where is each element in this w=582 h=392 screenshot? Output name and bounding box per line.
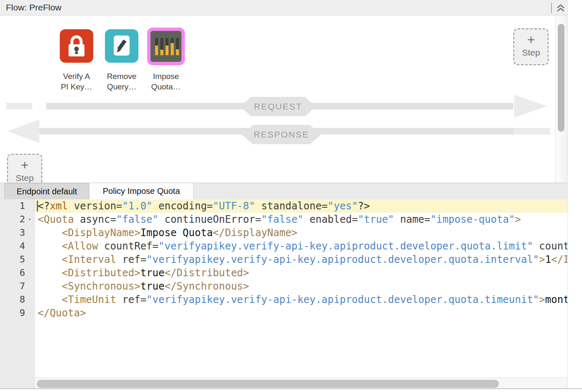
code-line-6: 6 <Distributed>true</Distributed>: [0, 266, 567, 280]
policy-label: Verify API Key…: [54, 71, 100, 92]
line-number: 3: [0, 226, 25, 239]
header-separator: [551, 3, 552, 13]
line-number: 2: [0, 213, 25, 226]
code-text: <DisplayName>Impose Quota</DisplayName>: [38, 226, 297, 239]
request-label: REQUEST: [254, 102, 302, 111]
code-text: <Interval ref="verifyapikey.verify-api-k…: [38, 253, 568, 266]
plus-icon: +: [8, 158, 41, 172]
code-line-9: 9</Quota>: [0, 306, 567, 320]
collapse-flow-button[interactable]: [555, 3, 566, 13]
horizontal-scrollbar-thumb[interactable]: [37, 380, 499, 388]
code-line-2: 2▾<Quota async="false" continueOnError="…: [0, 213, 567, 226]
response-bar-segment: [513, 128, 550, 135]
code-line-5: 5 <Interval ref="verifyapikey.verify-api…: [0, 253, 567, 266]
vertical-scrollbar[interactable]: [555, 15, 567, 183]
code-line-8: 8 <TimeUnit ref="verifyapikey.verify-api…: [0, 293, 567, 306]
response-arrowhead-icon: [8, 120, 39, 143]
code-text: <?xml version="1.0" encoding="UTF-8" sta…: [38, 199, 370, 213]
add-step-button-request[interactable]: + Step: [513, 28, 549, 65]
line-number: 9: [0, 306, 25, 320]
tab-strip: Endpoint defaultPolicy Impose Quota: [4, 183, 194, 199]
code-text: <Allow countRef="verifyapikey.verify-api…: [38, 239, 568, 253]
request-flow-badge: REQUEST: [240, 97, 316, 116]
code-text: <TimeUnit ref="verifyapikey.verify-api-k…: [38, 293, 568, 306]
code-line-1: 1<?xml version="1.0" encoding="UTF-8" st…: [0, 199, 567, 213]
request-arrowhead-icon: [514, 95, 547, 117]
tab-endpoint-default[interactable]: Endpoint default: [4, 183, 89, 199]
code-text: <Quota async="false" continueOnError="fa…: [38, 213, 521, 226]
lock-icon: [60, 29, 93, 63]
double-chevron-up-icon: [555, 3, 566, 13]
line-number: 6: [0, 266, 25, 280]
line-number: 4: [0, 239, 25, 253]
code-line-7: 7 <Synchronous>true</Synchronous>: [0, 280, 567, 293]
request-bar-segment: [6, 103, 32, 109]
add-step-label: Step: [8, 173, 41, 183]
scrollbar-gutter-strip: [0, 378, 35, 388]
code-editor[interactable]: 1<?xml version="1.0" encoding="UTF-8" st…: [0, 199, 567, 377]
quota-bars-icon: [151, 31, 181, 62]
add-step-label: Step: [514, 48, 548, 58]
policy-remove-query-param[interactable]: RemoveQuery…: [99, 15, 145, 87]
policy-label: RemoveQuery…: [99, 71, 145, 92]
policy-impose-quota[interactable]: ImposeQuota…: [143, 15, 189, 87]
code-text: <Distributed>true</Distributed>: [38, 266, 249, 280]
response-label: RESPONSE: [254, 130, 309, 139]
horizontal-scrollbar[interactable]: [0, 377, 567, 388]
add-step-button-response[interactable]: + Step: [7, 154, 42, 183]
flow-title: Flow: PreFlow: [6, 3, 61, 13]
fold-toggle-icon[interactable]: ▾: [26, 213, 33, 226]
line-number: 7: [0, 280, 25, 293]
pencil-icon: [105, 29, 138, 63]
vertical-scrollbar-thumb[interactable]: [558, 24, 564, 132]
flow-header: Flow: PreFlow: [0, 0, 567, 15]
line-number: 1: [0, 199, 25, 213]
response-flow-badge: RESPONSE: [242, 125, 321, 144]
code-line-4: 4 <Allow countRef="verifyapikey.verify-a…: [0, 239, 567, 253]
policy-label: ImposeQuota…: [143, 71, 189, 92]
code-text: </Quota>: [38, 306, 86, 320]
line-number: 5: [0, 253, 25, 266]
pencil-icon: [105, 29, 138, 63]
editor-tabbar: Endpoint defaultPolicy Impose Quota: [0, 183, 567, 199]
flow-editor-panel: Flow: PreFlow Verify API Key… RemoveQuer…: [0, 0, 568, 388]
code-text: <Synchronous>true</Synchronous>: [38, 280, 249, 293]
plus-icon: +: [514, 33, 548, 47]
tab-policy-impose-quota[interactable]: Policy Impose Quota: [89, 183, 194, 199]
code-line-3: 3 <DisplayName>Impose Quota</DisplayName…: [0, 226, 567, 239]
flow-canvas: Verify API Key… RemoveQuery… ImposeQuota…: [0, 15, 567, 183]
lock-icon: [60, 29, 93, 63]
line-number: 8: [0, 293, 25, 306]
quota-bars-icon: [147, 28, 185, 65]
policy-verify-api-key[interactable]: Verify API Key…: [54, 15, 100, 87]
panel-bottom-border: [0, 388, 582, 389]
